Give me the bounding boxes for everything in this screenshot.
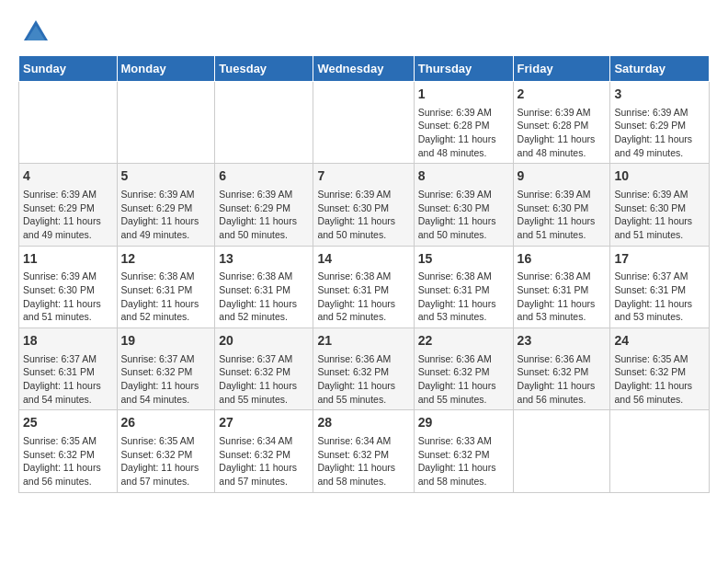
day-number: 4 [23, 167, 113, 186]
calendar-cell: 8Sunrise: 6:39 AMSunset: 6:30 PMDaylight… [414, 164, 513, 246]
calendar-week-1: 4Sunrise: 6:39 AMSunset: 6:29 PMDaylight… [19, 164, 710, 246]
day-info: Sunrise: 6:39 AM [518, 106, 607, 120]
day-number: 3 [614, 86, 705, 104]
day-info: Sunrise: 6:34 AM [219, 434, 309, 448]
calendar-cell [313, 82, 414, 164]
calendar-table: SundayMondayTuesdayWednesdayThursdayFrid… [18, 55, 710, 493]
calendar-cell: 17Sunrise: 6:37 AMSunset: 6:31 PMDayligh… [610, 246, 710, 327]
day-info: Sunset: 6:32 PM [121, 448, 211, 462]
day-number: 7 [317, 167, 409, 186]
calendar-week-3: 18Sunrise: 6:37 AMSunset: 6:31 PMDayligh… [19, 328, 710, 410]
day-info: Daylight: 11 hours and 48 minutes. [518, 132, 607, 159]
day-number: 18 [23, 332, 113, 350]
day-info: Sunset: 6:32 PM [518, 365, 607, 379]
header-wednesday: Wednesday [313, 56, 414, 82]
day-info: Daylight: 11 hours and 50 minutes. [219, 214, 309, 241]
day-info: Sunrise: 6:36 AM [418, 352, 509, 366]
calendar-cell: 13Sunrise: 6:38 AMSunset: 6:31 PMDayligh… [215, 246, 313, 327]
day-info: Daylight: 11 hours and 56 minutes. [518, 379, 607, 406]
day-info: Daylight: 11 hours and 51 minutes. [23, 297, 113, 324]
day-number: 17 [614, 250, 705, 269]
calendar-header-row: SundayMondayTuesdayWednesdayThursdayFrid… [19, 56, 710, 82]
day-info: Sunset: 6:32 PM [121, 365, 211, 379]
day-number: 14 [317, 250, 409, 269]
day-info: Daylight: 11 hours and 57 minutes. [121, 461, 211, 488]
day-info: Daylight: 11 hours and 50 minutes. [418, 214, 509, 241]
header-sunday: Sunday [19, 56, 118, 82]
day-info: Sunrise: 6:33 AM [418, 434, 509, 448]
day-number: 22 [418, 332, 509, 350]
calendar-cell: 12Sunrise: 6:38 AMSunset: 6:31 PMDayligh… [117, 246, 215, 327]
day-info: Daylight: 11 hours and 57 minutes. [219, 461, 309, 488]
day-info: Sunrise: 6:39 AM [518, 188, 607, 201]
day-info: Sunset: 6:30 PM [317, 201, 409, 215]
calendar-cell: 26Sunrise: 6:35 AMSunset: 6:32 PMDayligh… [117, 410, 215, 492]
day-info: Sunset: 6:29 PM [121, 201, 211, 215]
calendar-cell: 6Sunrise: 6:39 AMSunset: 6:29 PMDaylight… [215, 164, 313, 246]
day-number: 12 [121, 250, 211, 269]
calendar-cell: 10Sunrise: 6:39 AMSunset: 6:30 PMDayligh… [610, 164, 710, 246]
day-info: Daylight: 11 hours and 58 minutes. [418, 461, 509, 488]
day-number: 10 [614, 167, 705, 186]
logo [18, 18, 50, 46]
calendar-cell: 20Sunrise: 6:37 AMSunset: 6:32 PMDayligh… [215, 328, 313, 410]
calendar-cell: 23Sunrise: 6:36 AMSunset: 6:32 PMDayligh… [513, 328, 610, 410]
calendar-cell: 3Sunrise: 6:39 AMSunset: 6:29 PMDaylight… [610, 82, 710, 164]
day-info: Sunrise: 6:36 AM [317, 352, 409, 366]
day-info: Sunset: 6:32 PM [317, 448, 409, 462]
calendar-cell: 18Sunrise: 6:37 AMSunset: 6:31 PMDayligh… [19, 328, 118, 410]
day-info: Sunset: 6:32 PM [219, 448, 309, 462]
calendar-cell: 16Sunrise: 6:38 AMSunset: 6:31 PMDayligh… [513, 246, 610, 327]
day-info: Sunrise: 6:37 AM [614, 270, 705, 283]
calendar-cell: 29Sunrise: 6:33 AMSunset: 6:32 PMDayligh… [414, 410, 513, 492]
day-number: 1 [418, 86, 509, 104]
day-info: Sunset: 6:31 PM [219, 283, 309, 297]
day-info: Sunrise: 6:39 AM [219, 188, 309, 201]
day-info: Daylight: 11 hours and 55 minutes. [418, 379, 509, 406]
calendar-cell: 28Sunrise: 6:34 AMSunset: 6:32 PMDayligh… [313, 410, 414, 492]
day-number: 16 [518, 250, 607, 269]
day-info: Sunrise: 6:38 AM [317, 270, 409, 283]
day-info: Sunset: 6:31 PM [317, 283, 409, 297]
header-saturday: Saturday [610, 56, 710, 82]
day-number: 21 [317, 332, 409, 350]
day-info: Sunrise: 6:39 AM [418, 106, 509, 120]
calendar-cell: 25Sunrise: 6:35 AMSunset: 6:32 PMDayligh… [19, 410, 118, 492]
day-info: Sunrise: 6:34 AM [317, 434, 409, 448]
calendar-cell: 21Sunrise: 6:36 AMSunset: 6:32 PMDayligh… [313, 328, 414, 410]
day-info: Daylight: 11 hours and 51 minutes. [518, 214, 607, 241]
calendar-cell [19, 82, 118, 164]
header-thursday: Thursday [414, 56, 513, 82]
day-info: Daylight: 11 hours and 51 minutes. [614, 214, 705, 241]
day-info: Sunrise: 6:37 AM [23, 352, 113, 366]
day-info: Sunrise: 6:39 AM [418, 188, 509, 201]
day-info: Sunrise: 6:39 AM [23, 188, 113, 201]
day-info: Daylight: 11 hours and 53 minutes. [518, 297, 607, 324]
day-info: Sunset: 6:31 PM [121, 283, 211, 297]
day-info: Daylight: 11 hours and 58 minutes. [317, 461, 409, 488]
day-info: Sunrise: 6:38 AM [518, 270, 607, 283]
day-info: Sunrise: 6:36 AM [518, 352, 607, 366]
day-number: 29 [418, 414, 509, 432]
calendar-cell [215, 82, 313, 164]
day-number: 20 [219, 332, 309, 350]
day-info: Daylight: 11 hours and 53 minutes. [614, 297, 705, 324]
calendar-cell [117, 82, 215, 164]
day-info: Daylight: 11 hours and 53 minutes. [418, 297, 509, 324]
calendar-cell: 4Sunrise: 6:39 AMSunset: 6:29 PMDaylight… [19, 164, 118, 246]
day-info: Sunrise: 6:39 AM [317, 188, 409, 201]
day-info: Sunset: 6:31 PM [23, 365, 113, 379]
calendar-cell: 5Sunrise: 6:39 AMSunset: 6:29 PMDaylight… [117, 164, 215, 246]
header-friday: Friday [513, 56, 610, 82]
day-info: Daylight: 11 hours and 49 minutes. [614, 132, 705, 159]
calendar-cell: 9Sunrise: 6:39 AMSunset: 6:30 PMDaylight… [513, 164, 610, 246]
day-info: Sunset: 6:32 PM [418, 365, 509, 379]
logo-icon [22, 18, 50, 46]
day-info: Daylight: 11 hours and 54 minutes. [121, 379, 211, 406]
day-number: 8 [418, 167, 509, 186]
day-info: Sunset: 6:29 PM [23, 201, 113, 215]
day-number: 28 [317, 414, 409, 432]
day-info: Sunset: 6:30 PM [418, 201, 509, 215]
day-info: Daylight: 11 hours and 56 minutes. [23, 461, 113, 488]
day-info: Daylight: 11 hours and 50 minutes. [317, 214, 409, 241]
